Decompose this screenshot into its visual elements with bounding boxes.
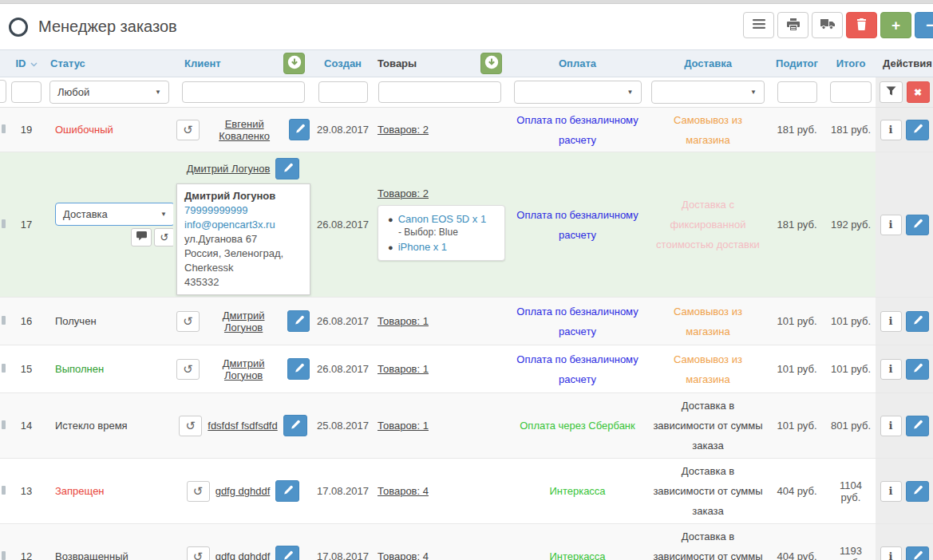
- info-icon: i: [889, 363, 893, 375]
- products-summary-link[interactable]: Товаров: 4: [378, 550, 429, 560]
- column-header-client[interactable]: Клиент: [173, 50, 313, 77]
- column-header-subtotal[interactable]: Подитог: [768, 50, 826, 77]
- caret-down-icon: ▼: [160, 211, 167, 218]
- filter-products-input[interactable]: [378, 81, 501, 103]
- subtotal-value: 404 руб.: [777, 485, 816, 497]
- export-clients-button[interactable]: [283, 53, 305, 74]
- edit-order-button[interactable]: [906, 311, 929, 332]
- products-summary-link[interactable]: Товаров: 2: [378, 124, 429, 136]
- menu-button[interactable]: [743, 12, 774, 38]
- order-info-button[interactable]: i: [880, 359, 902, 380]
- client-name-link[interactable]: gdfg dghddf: [215, 550, 271, 560]
- delivery-method: Доставка в зависимости от суммы заказа: [651, 396, 765, 455]
- products-summary-link[interactable]: Товаров: 4: [378, 485, 429, 497]
- add-comment-button[interactable]: [131, 228, 152, 246]
- client-name-link[interactable]: Евгений Коваленко: [205, 118, 283, 142]
- filter-subtotal-input[interactable]: [777, 81, 817, 103]
- history-button[interactable]: ↺: [176, 311, 200, 332]
- edit-client-button[interactable]: [287, 310, 310, 332]
- products-summary-link[interactable]: Товаров: 1: [378, 420, 429, 432]
- filter-payment-select[interactable]: ▼: [514, 81, 642, 104]
- order-id: 19: [21, 124, 32, 136]
- shipping-button[interactable]: [812, 12, 843, 38]
- pencil-icon: [294, 315, 304, 328]
- filter-created-input[interactable]: [318, 81, 368, 103]
- edit-order-button[interactable]: [906, 416, 929, 436]
- column-header-payment[interactable]: Оплата: [507, 50, 648, 77]
- edit-order-button[interactable]: [906, 215, 929, 235]
- status-history-button[interactable]: ↺: [154, 228, 173, 246]
- order-info-button[interactable]: i: [880, 546, 902, 560]
- order-id: 14: [21, 420, 32, 432]
- actions-wrap: i: [879, 359, 930, 380]
- pencil-icon: [283, 485, 293, 498]
- history-button[interactable]: ↺: [176, 120, 200, 140]
- filter-status-value: Любой: [57, 86, 89, 98]
- column-header-created[interactable]: Создан: [313, 50, 373, 77]
- edit-order-button[interactable]: [906, 359, 929, 380]
- history-button[interactable]: ↺: [187, 481, 210, 502]
- product-link[interactable]: iPhone x 1: [398, 241, 447, 253]
- row-sliver: [0, 393, 7, 459]
- order-info-button[interactable]: i: [880, 215, 902, 235]
- add-button[interactable]: +: [880, 12, 911, 38]
- export-products-button[interactable]: [480, 53, 502, 74]
- actions-cell: i: [876, 298, 933, 345]
- order-info-button[interactable]: i: [880, 416, 902, 436]
- order-info-button[interactable]: i: [880, 481, 902, 502]
- edit-client-button[interactable]: [275, 480, 299, 502]
- edit-order-button[interactable]: [906, 120, 929, 140]
- apply-filter-button[interactable]: [880, 81, 903, 103]
- history-button[interactable]: ↺: [176, 359, 200, 380]
- filter-total-input[interactable]: [830, 81, 872, 103]
- delivery-cell: Самовывоз из магазина: [648, 108, 768, 152]
- product-link[interactable]: Canon EOS 5D x 1: [398, 213, 487, 225]
- id-cell: 19: [7, 108, 45, 152]
- edit-client-button[interactable]: [287, 358, 310, 380]
- order-status-select[interactable]: Доставка▼: [55, 203, 173, 226]
- payment-method: Оплата по безналичному расчету: [510, 205, 645, 245]
- edit-client-button[interactable]: [275, 546, 299, 560]
- edit-order-button[interactable]: [906, 546, 929, 560]
- products-cell: Товаров: 1: [373, 298, 507, 345]
- remove-button[interactable]: −: [915, 12, 933, 38]
- pencil-icon: [912, 315, 923, 328]
- actions-cell: i: [876, 345, 933, 393]
- filter-status-select[interactable]: Любой ▼: [49, 81, 169, 104]
- products-summary-link[interactable]: Товаров: 1: [378, 315, 429, 327]
- history-button[interactable]: ↺: [187, 546, 210, 560]
- client-name-link[interactable]: Дмитрий Логунов: [205, 310, 282, 333]
- print-button[interactable]: [777, 12, 808, 38]
- chevron-down-icon: [30, 57, 38, 69]
- column-header-delivery[interactable]: Доставка: [648, 50, 768, 77]
- edit-client-button[interactable]: [289, 119, 310, 140]
- status-cell: Истекло время: [45, 393, 173, 459]
- client-phone-link[interactable]: 79999999999: [184, 203, 302, 218]
- column-header-id[interactable]: ID: [7, 50, 45, 77]
- history-button[interactable]: ↺: [179, 416, 202, 436]
- filter-delivery-select[interactable]: ▼: [651, 81, 765, 104]
- column-header-total[interactable]: Итого: [826, 50, 876, 77]
- client-name-link[interactable]: Дмитрий Логунов: [205, 357, 282, 381]
- clear-filter-button[interactable]: ✖: [907, 81, 930, 103]
- order-info-button[interactable]: i: [880, 311, 902, 332]
- filter-actions-cell: ✖: [876, 77, 933, 108]
- order-info-button[interactable]: i: [880, 120, 902, 140]
- header-toolbar: + −: [740, 12, 933, 38]
- delete-button[interactable]: [846, 12, 877, 38]
- pencil-icon: [912, 485, 923, 498]
- client-email-link[interactable]: info@opencart3x.ru: [184, 218, 302, 232]
- filter-client-input[interactable]: [182, 81, 305, 103]
- edit-client-button[interactable]: [283, 415, 307, 436]
- truck-icon: [820, 18, 835, 32]
- products-summary-link[interactable]: Товаров: 1: [378, 363, 429, 375]
- products-summary-link[interactable]: Товаров: 2: [378, 187, 429, 199]
- edit-client-button[interactable]: [275, 158, 299, 179]
- cropped-column-icon: [2, 219, 6, 228]
- client-name-link[interactable]: gdfg dghddf: [215, 485, 271, 497]
- client-name-link[interactable]: fdsfdsf fsdfsdfd: [208, 420, 277, 432]
- edit-order-button[interactable]: [906, 481, 929, 502]
- client-name-link[interactable]: Дмитрий Логунов: [187, 163, 271, 175]
- column-header-status[interactable]: Статус: [45, 50, 173, 77]
- filter-id-input[interactable]: [11, 81, 42, 103]
